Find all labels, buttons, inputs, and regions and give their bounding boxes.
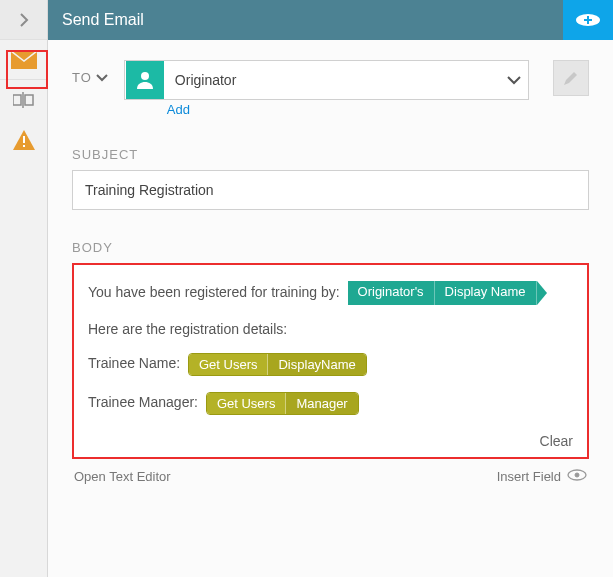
config-pane: TO Originator Add: [48, 40, 613, 577]
token-cap: [537, 281, 547, 305]
chevron-down-icon: [507, 76, 521, 85]
titlebar: Send Email: [48, 0, 613, 40]
to-value: Originator: [165, 72, 500, 88]
to-field[interactable]: Originator: [124, 60, 529, 100]
clear-body-link[interactable]: Clear: [88, 431, 573, 449]
svg-point-11: [575, 473, 579, 477]
page-title: Send Email: [62, 11, 144, 29]
svg-rect-4: [23, 136, 25, 143]
sidebar-item-warning[interactable]: [0, 120, 47, 160]
to-edit-button[interactable]: [553, 60, 589, 96]
chevron-down-icon: [96, 74, 108, 82]
body-line-3-text: Trainee Name:: [88, 355, 180, 371]
to-label-text: TO: [72, 70, 92, 85]
token-seg: Get Users: [207, 393, 287, 414]
subject-block: SUBJECT: [72, 147, 589, 210]
originator-avatar: [126, 61, 164, 99]
add-recipient-link[interactable]: Add: [167, 102, 190, 117]
subject-label: SUBJECT: [72, 147, 589, 162]
svg-point-9: [141, 72, 149, 80]
to-label[interactable]: TO: [72, 60, 108, 85]
svg-rect-2: [25, 95, 33, 105]
person-icon: [134, 69, 156, 91]
body-footer: Open Text Editor Insert Field: [72, 459, 589, 484]
token-seg: Get Users: [189, 354, 269, 375]
token-getusers-displayname[interactable]: Get Users DisplayName: [188, 353, 367, 376]
body-label: BODY: [72, 240, 589, 255]
insert-field-link[interactable]: Insert Field: [497, 469, 587, 484]
rename-icon: [13, 92, 35, 108]
eye-plus-icon: [574, 12, 602, 28]
token-getusers-manager[interactable]: Get Users Manager: [206, 392, 359, 415]
token-seg: DisplayName: [268, 354, 365, 375]
open-text-editor-link[interactable]: Open Text Editor: [74, 469, 171, 484]
svg-rect-5: [23, 145, 25, 147]
envelope-icon: [11, 51, 37, 69]
insert-field-label: Insert Field: [497, 469, 561, 484]
token-seg: Display Name: [435, 281, 537, 305]
titlebar-action-button[interactable]: [563, 0, 613, 40]
svg-rect-1: [13, 95, 21, 105]
subject-input[interactable]: [72, 170, 589, 210]
body-line-2: Here are the registration details:: [88, 321, 573, 337]
eye-icon: [567, 469, 587, 484]
token-seg: Originator's: [348, 281, 435, 305]
token-seg: Manager: [286, 393, 357, 414]
pencil-icon: [562, 69, 580, 87]
sidebar-collapse[interactable]: [0, 0, 47, 40]
to-row: TO Originator Add: [72, 60, 589, 117]
sidebar-item-email[interactable]: [0, 40, 47, 80]
body-line-1-text: You have been registered for training by…: [88, 284, 340, 300]
body-line-1: You have been registered for training by…: [88, 281, 573, 305]
body-line-4: Trainee Manager: Get Users Manager: [88, 392, 573, 415]
to-dropdown[interactable]: [500, 76, 528, 85]
body-editor[interactable]: You have been registered for training by…: [72, 263, 589, 459]
body-line-4-text: Trainee Manager:: [88, 394, 198, 410]
warning-icon: [12, 129, 36, 151]
token-originator-displayname[interactable]: Originator's Display Name: [348, 281, 547, 305]
sidebar: [0, 0, 48, 577]
body-line-3: Trainee Name: Get Users DisplayName: [88, 353, 573, 376]
sidebar-item-rename[interactable]: [0, 80, 47, 120]
chevron-right-icon: [19, 13, 29, 27]
